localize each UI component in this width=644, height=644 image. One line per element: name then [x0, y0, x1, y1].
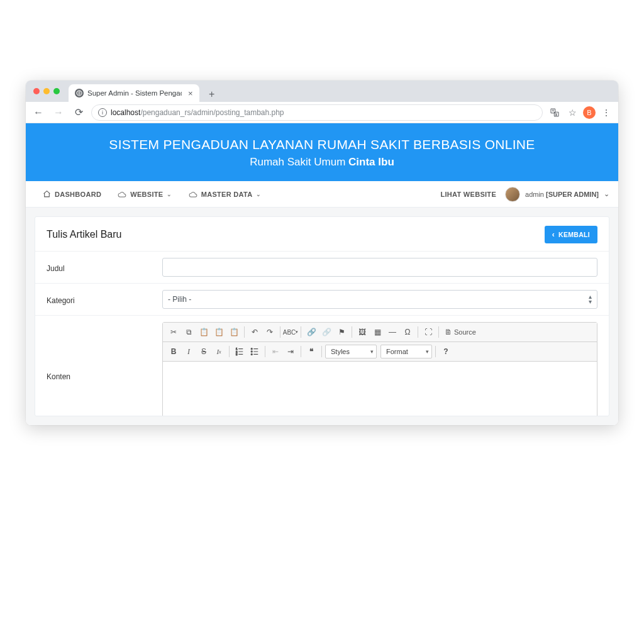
judul-label: Judul	[47, 262, 153, 273]
source-button[interactable]: 🗎 Source	[442, 325, 479, 339]
rich-text-editor: ✂ ⧉ 📋 📋 📋 ↶ ↷ ABC▾	[162, 322, 597, 416]
remove-format-icon[interactable]: Ix	[212, 345, 226, 358]
link-icon[interactable]: 🔗	[304, 325, 318, 339]
site-info-icon[interactable]: i	[98, 108, 107, 117]
home-icon	[42, 190, 51, 199]
page-viewport: SISTEM PENGADUAN LAYANAN RUMAH SAKIT BER…	[26, 123, 618, 425]
editor-content-area[interactable]	[163, 362, 597, 416]
select-arrows-icon: ▴▾	[589, 294, 592, 304]
italic-icon[interactable]: I	[182, 345, 196, 358]
forward-button[interactable]: →	[51, 105, 66, 120]
select-value: - Pilih -	[168, 295, 191, 304]
spellcheck-icon[interactable]: ABC▾	[284, 325, 297, 339]
judul-input[interactable]	[162, 258, 597, 277]
content-card: Tulis Artikel Baru ‹ KEMBALI Judul Kateg…	[35, 216, 609, 416]
special-char-icon[interactable]: Ω	[401, 325, 414, 339]
editor-toolbar-row2: B I S Ix 123 ⇤ ⇥	[163, 342, 597, 362]
minimize-window-icon[interactable]	[43, 88, 50, 94]
url-host: localhost	[111, 108, 140, 117]
close-window-icon[interactable]	[33, 88, 40, 94]
tab-favicon-icon	[75, 89, 84, 97]
outdent-icon[interactable]: ⇤	[269, 345, 282, 358]
document-icon: 🗎	[445, 328, 452, 336]
copy-icon[interactable]: ⧉	[182, 325, 196, 339]
url-path: /pengaduan_rs/admin/posting_tambah.php	[140, 108, 284, 117]
cloud-icon	[189, 190, 197, 199]
image-icon[interactable]: 🖼	[355, 325, 369, 339]
user-menu[interactable]: admin [SUPER ADMIN] ⌄	[505, 187, 609, 202]
tab-title: Super Admin - Sistem Pengadu	[87, 89, 182, 97]
anchor-icon[interactable]: ⚑	[335, 325, 348, 339]
banner-title: SISTEM PENGADUAN LAYANAN RUMAH SAKIT BER…	[32, 137, 612, 152]
konten-label: Konten	[47, 322, 153, 381]
redo-icon[interactable]: ↷	[263, 325, 277, 339]
chevron-down-icon: ⌄	[167, 191, 172, 197]
table-icon[interactable]: ▦	[370, 325, 384, 339]
bookmark-icon[interactable]: ☆	[565, 106, 579, 119]
tab-close-icon[interactable]: ×	[188, 89, 193, 98]
page-title: Tulis Artikel Baru	[47, 229, 121, 240]
paste-icon[interactable]: 📋	[197, 325, 211, 339]
undo-icon[interactable]: ↶	[248, 325, 262, 339]
svg-point-7	[251, 351, 252, 352]
kategori-label: Kategori	[47, 294, 153, 305]
kategori-select[interactable]: - Pilih - ▴▾	[162, 290, 597, 309]
chevron-down-icon: ⌄	[604, 190, 609, 198]
bullet-list-icon[interactable]	[248, 345, 262, 358]
cloud-icon	[118, 190, 126, 199]
browser-menu-icon[interactable]: ⋮	[599, 106, 613, 119]
svg-point-6	[251, 348, 252, 350]
url-bar[interactable]: i localhost/pengaduan_rs/admin/posting_t…	[91, 104, 543, 121]
nav-master-data[interactable]: MASTER DATA ⌄	[181, 181, 269, 208]
user-avatar-icon	[505, 187, 520, 202]
browser-tab-bar: Super Admin - Sistem Pengadu × +	[26, 80, 618, 102]
window-controls	[32, 80, 62, 102]
cut-icon[interactable]: ✂	[167, 325, 180, 339]
profile-avatar[interactable]: B	[583, 106, 596, 119]
new-tab-button[interactable]: +	[204, 87, 219, 102]
banner-subtitle: Rumah Sakit Umum Cinta Ibu	[32, 156, 612, 169]
styles-select[interactable]: Styles	[325, 345, 377, 358]
top-nav: DASHBOARD WEBSITE ⌄ MASTER DATA ⌄	[26, 181, 618, 208]
nav-dashboard[interactable]: DASHBOARD	[35, 181, 109, 208]
paste-text-icon[interactable]: 📋	[212, 325, 226, 339]
unlink-icon[interactable]: 🔗	[319, 325, 333, 339]
format-select[interactable]: Format	[380, 345, 432, 358]
browser-tab[interactable]: Super Admin - Sistem Pengadu ×	[69, 84, 199, 102]
browser-toolbar: ← → ⟳ i localhost/pengaduan_rs/admin/pos…	[26, 102, 618, 123]
numbered-list-icon[interactable]: 123	[233, 345, 247, 358]
indent-icon[interactable]: ⇥	[284, 345, 297, 358]
user-label: admin [SUPER ADMIN]	[525, 191, 599, 198]
blockquote-icon[interactable]: ❝	[304, 345, 318, 358]
help-icon[interactable]: ?	[439, 345, 453, 358]
strike-icon[interactable]: S	[197, 345, 211, 358]
nav-website[interactable]: WEBSITE ⌄	[110, 181, 180, 208]
paste-word-icon[interactable]: 📋	[227, 325, 241, 339]
back-button[interactable]: ←	[31, 105, 46, 120]
reload-button[interactable]: ⟳	[71, 105, 86, 120]
back-button[interactable]: ‹ KEMBALI	[545, 226, 597, 243]
maximize-icon[interactable]: ⛶	[421, 325, 435, 339]
nav-view-website[interactable]: LIHAT WEBSITE	[440, 181, 496, 208]
hr-icon[interactable]: —	[386, 325, 399, 339]
bold-icon[interactable]: B	[167, 345, 180, 358]
translate-icon[interactable]	[548, 106, 562, 119]
svg-point-8	[251, 353, 252, 355]
site-banner: SISTEM PENGADUAN LAYANAN RUMAH SAKIT BER…	[26, 123, 618, 181]
svg-text:3: 3	[236, 353, 238, 356]
chevron-left-icon: ‹	[552, 230, 555, 239]
chevron-down-icon: ⌄	[256, 191, 261, 197]
maximize-window-icon[interactable]	[53, 88, 60, 94]
editor-toolbar-row1: ✂ ⧉ 📋 📋 📋 ↶ ↷ ABC▾	[163, 323, 597, 342]
